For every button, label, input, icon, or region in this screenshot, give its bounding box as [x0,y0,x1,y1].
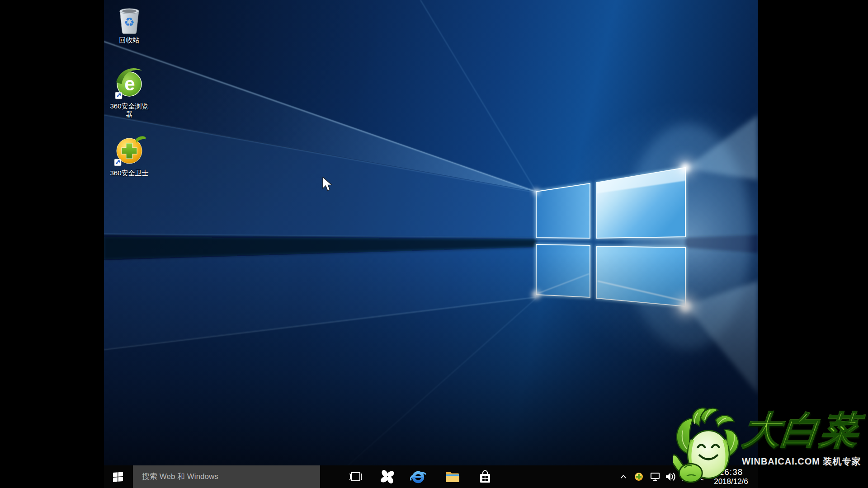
letterbox-left [0,0,104,488]
recycle-bin-label: 回收站 [108,36,150,44]
taskbar-search-input[interactable] [133,465,320,488]
ime-label: 英 [696,471,704,483]
desktop-icon-360-guard[interactable]: 360安全卫士 [108,133,150,177]
360-tray-icon [634,472,643,481]
file-explorer-button[interactable] [442,465,463,488]
clock-time: 16:38 [719,467,743,477]
action-center-icon [680,472,690,481]
desktop-icon-recycle-bin[interactable]: ♻ 回收站 [108,3,150,44]
speaker-icon [665,472,676,482]
360-guard-label: 360安全卫士 [108,169,150,177]
desktop-icon-360-browser[interactable]: e 360安全浏览器 [108,68,150,118]
chevron-up-icon [620,474,627,479]
windows-hero-wallpaper [104,0,758,465]
tray-volume-button[interactable] [664,465,677,488]
windows-desktop: ♻ 回收站 e [104,0,758,488]
letterbox-right [758,0,868,488]
pinwheel-icon [380,469,395,484]
start-button[interactable] [104,465,132,488]
taskbar: 英 16:38 2018/12/6 [104,465,758,488]
tray-network-button[interactable] [647,465,663,488]
windows-store-button[interactable] [475,465,495,488]
360-guard-icon [108,133,150,169]
tray-ime-indicator[interactable]: 英 [693,465,707,488]
network-icon [650,472,660,481]
windows-start-icon [113,471,123,482]
tray-action-center-button[interactable] [678,465,692,488]
task-view-icon [349,471,363,483]
clock-date: 2018/12/6 [714,477,748,486]
recycle-bin-icon: ♻ [108,3,150,36]
tray-show-hidden-icons[interactable] [617,465,630,488]
video-frame: ♻ 回收站 e [0,0,868,488]
360-browser-label: 360安全浏览器 [108,102,150,118]
internet-explorer-icon [410,469,426,484]
task-view-button[interactable] [345,465,366,488]
tray-360-icon-button[interactable] [632,465,646,488]
internet-explorer-button[interactable] [408,465,429,488]
360-browser-icon: e [108,68,150,102]
tray-clock[interactable]: 16:38 2018/12/6 [707,465,755,488]
file-explorer-icon [445,471,460,483]
svg-text:e: e [124,73,135,94]
svg-text:♻: ♻ [124,15,135,29]
pinwheel-app-button[interactable] [377,465,398,488]
windows-store-icon [478,470,492,483]
